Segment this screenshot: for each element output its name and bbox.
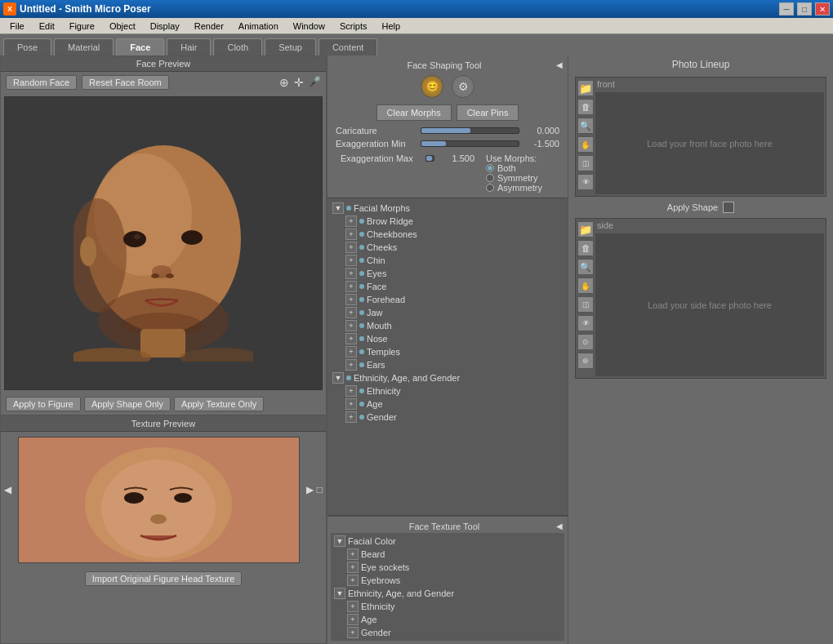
side-move-icon[interactable]: ✋ — [577, 278, 594, 294]
menu-scripts[interactable]: Scripts — [333, 20, 374, 33]
tree-expand-tex-age[interactable]: + — [347, 614, 359, 625]
tree-expand-ethnicity[interactable]: + — [345, 385, 357, 397]
tree-nose[interactable]: + Nose — [331, 332, 564, 345]
tree-expand-facial-color[interactable]: ▼ — [334, 535, 345, 547]
texture-nav-left[interactable]: ◀ — [4, 435, 11, 565]
tree-expand-age[interactable]: + — [345, 398, 357, 410]
tree-facial-morphs[interactable]: ▼ Facial Morphs — [331, 202, 564, 215]
apply-shape-only-button[interactable]: Apply Shape Only — [84, 397, 171, 411]
tree-chin[interactable]: + Chin — [331, 254, 564, 267]
reset-face-room-button[interactable]: Reset Face Room — [82, 75, 169, 90]
tree-expand-cheekbones[interactable]: + — [345, 229, 357, 240]
tab-content[interactable]: Content — [318, 38, 378, 56]
tree-eyebrows[interactable]: + Eyebrows — [332, 574, 563, 587]
tree-temples[interactable]: + Temples — [331, 345, 564, 358]
side-extra-icon-2[interactable]: ⊚ — [577, 353, 594, 369]
tree-cheeks[interactable]: + Cheeks — [331, 241, 564, 254]
clear-pins-button[interactable]: Clear Pins — [457, 104, 519, 121]
tree-expand-brow[interactable]: + — [345, 215, 357, 227]
tab-material[interactable]: Material — [54, 38, 114, 56]
import-texture-button[interactable]: Import Original Figure Head Texture — [85, 571, 243, 586]
tree-expand-eth[interactable]: ▼ — [332, 372, 344, 384]
face-tool-icon-2[interactable]: ⚙ — [452, 75, 474, 98]
tree-brow-ridge[interactable]: + Brow Ridge — [331, 215, 564, 228]
radio-both[interactable]: Both — [486, 163, 559, 173]
menu-edit[interactable]: Edit — [33, 20, 61, 33]
texture-panel-expand[interactable]: □ — [317, 435, 323, 565]
front-zoom-icon[interactable]: 🔍 — [577, 118, 594, 134]
tree-expand-eyebrows[interactable]: + — [347, 575, 359, 586]
texture-nav-right[interactable]: ▶ — [306, 435, 314, 565]
menu-object[interactable]: Object — [103, 20, 142, 33]
tree-eye-sockets[interactable]: + Eye sockets — [332, 561, 563, 574]
face-pan-icon[interactable]: ✛ — [294, 76, 304, 89]
tab-pose[interactable]: Pose — [3, 38, 51, 56]
tab-setup[interactable]: Setup — [265, 38, 316, 56]
side-eye-icon[interactable]: 👁 — [577, 315, 594, 331]
tree-ethnicity[interactable]: + Ethnicity — [331, 384, 564, 398]
tree-expand-facial[interactable]: ▼ — [332, 202, 344, 214]
tree-expand-face[interactable]: + — [345, 281, 357, 292]
face-tool-icon-1[interactable]: 😊 — [421, 75, 443, 98]
tree-tex-gender[interactable]: + Gender — [332, 626, 563, 639]
tree-expand-temples[interactable]: + — [345, 346, 357, 358]
tree-jaw[interactable]: + Jaw — [331, 306, 564, 319]
tree-beard[interactable]: + Beard — [332, 548, 563, 561]
tab-face[interactable]: Face — [116, 38, 164, 56]
front-open-icon[interactable]: 📁 — [577, 80, 594, 96]
side-delete-icon[interactable]: 🗑 — [577, 240, 594, 256]
tab-cloth[interactable]: Cloth — [213, 38, 262, 56]
menu-animation[interactable]: Animation — [232, 20, 285, 33]
random-face-button[interactable]: Random Face — [6, 75, 77, 90]
menu-display[interactable]: Display — [144, 20, 186, 33]
tree-expand-forehead[interactable]: + — [345, 294, 357, 305]
tree-gender[interactable]: + Gender — [331, 411, 564, 424]
menu-help[interactable]: Help — [376, 20, 408, 33]
tree-expand-ears[interactable]: + — [345, 359, 357, 371]
front-mirror-icon[interactable]: ◫ — [577, 155, 594, 171]
minimize-button[interactable]: ─ — [779, 2, 794, 16]
apply-to-figure-button[interactable]: Apply to Figure — [6, 397, 81, 411]
menu-file[interactable]: File — [3, 20, 31, 33]
tree-expand-gender[interactable]: + — [345, 411, 357, 423]
side-zoom-icon[interactable]: 🔍 — [577, 259, 594, 275]
menu-figure[interactable]: Figure — [63, 20, 101, 33]
tree-expand-tex-gender[interactable]: + — [347, 627, 359, 638]
clear-morphs-button[interactable]: Clear Morphs — [376, 104, 452, 121]
front-eye-icon[interactable]: 👁 — [577, 174, 594, 190]
tree-facial-color[interactable]: ▼ Facial Color — [332, 535, 563, 548]
menu-render[interactable]: Render — [188, 20, 230, 33]
tree-ethnicity-age-gender[interactable]: ▼ Ethnicity, Age, and Gender — [331, 371, 564, 384]
tree-eyes[interactable]: + Eyes — [331, 267, 564, 280]
tree-expand-chin[interactable]: + — [345, 255, 357, 266]
apply-texture-only-button[interactable]: Apply Texture Only — [174, 397, 264, 411]
apply-shape-checkbox[interactable] — [723, 202, 734, 213]
side-extra-icon-1[interactable]: ⊙ — [577, 334, 594, 350]
exaggeration-max-slider[interactable] — [425, 155, 434, 162]
tree-face[interactable]: + Face — [331, 280, 564, 293]
exaggeration-min-slider[interactable] — [421, 140, 519, 147]
face-mic-icon[interactable]: 🎤 — [309, 76, 321, 89]
front-delete-icon[interactable]: 🗑 — [577, 99, 594, 115]
front-photo-dropzone[interactable]: Load your front face photo here — [595, 92, 824, 194]
close-button[interactable]: ✕ — [815, 2, 830, 16]
radio-symmetry[interactable]: Symmetry — [486, 173, 559, 183]
tree-expand-cheeks[interactable]: + — [345, 242, 357, 253]
tree-expand-tex-eth[interactable]: ▼ — [334, 588, 345, 599]
menu-window[interactable]: Window — [287, 20, 332, 33]
maximize-button[interactable]: □ — [797, 2, 812, 16]
tree-forehead[interactable]: + Forehead — [331, 293, 564, 306]
caricature-slider[interactable] — [421, 127, 519, 134]
tree-tex-eth-age-gender[interactable]: ▼ Ethnicity, Age, and Gender — [332, 587, 563, 600]
tab-hair[interactable]: Hair — [167, 38, 211, 56]
texture-tool-expand-icon[interactable]: ◀ — [556, 522, 563, 531]
tree-tex-age[interactable]: + Age — [332, 613, 563, 626]
tree-expand-nose[interactable]: + — [345, 333, 357, 344]
front-move-icon[interactable]: ✋ — [577, 136, 594, 153]
tree-expand-mouth[interactable]: + — [345, 320, 357, 331]
radio-asymmetry[interactable]: Asymmetry — [486, 183, 559, 193]
shaping-expand-icon[interactable]: ◀ — [556, 60, 563, 69]
tree-cheekbones[interactable]: + Cheekbones — [331, 228, 564, 241]
tree-mouth[interactable]: + Mouth — [331, 319, 564, 332]
tree-expand-beard[interactable]: + — [347, 549, 359, 560]
